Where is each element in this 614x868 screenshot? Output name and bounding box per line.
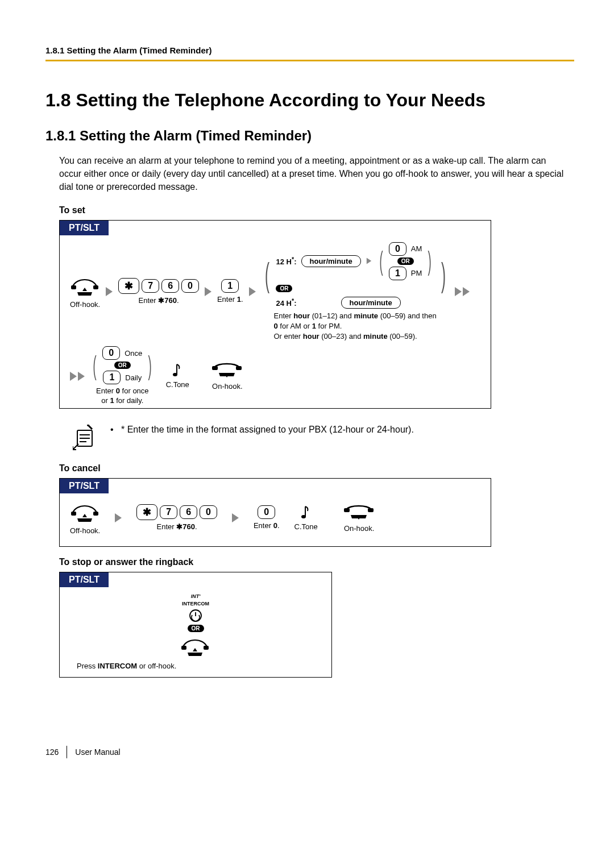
key-0-am: 0 [389, 242, 406, 256]
key-1-pm: 1 [389, 267, 406, 280]
code-step: ✱ 7 6 0 Enter ✱760. [118, 278, 199, 306]
or-pill: OR [114, 362, 131, 369]
intercom-button-icon [189, 609, 202, 622]
pt-slt-tab: PT/SLT [60, 572, 109, 587]
arrow-icon [232, 513, 239, 522]
onhook-step: On-hook. [344, 502, 375, 534]
pt-slt-tab: PT/SLT [60, 221, 109, 235]
code-step: ✱ 7 6 0 Enter ✱760. [136, 504, 217, 532]
ctone-step: C.Tone [166, 362, 189, 390]
pt-slt-tab: PT/SLT [60, 479, 109, 493]
intro-paragraph: You can receive an alarm at your telepho… [59, 154, 569, 194]
key-0-once: 0 [102, 346, 120, 360]
arrow-icon [366, 258, 371, 264]
intercom-caption: Press INTERCOM or off-hook. [60, 662, 331, 677]
onhook-icon [212, 360, 243, 380]
key-star: ✱ [118, 278, 139, 294]
ctone-icon [300, 504, 312, 520]
key-1: 1 [221, 279, 239, 293]
to-set-title: To set [59, 205, 574, 215]
onhook-step: On-hook. [212, 360, 243, 392]
ctone-icon [171, 362, 184, 378]
enter-1-step: 1 Enter 1. [217, 279, 243, 305]
note-block: • * Enter the time in the format assigne… [73, 425, 574, 453]
offhook-icon [70, 274, 100, 298]
offhook-icon [181, 634, 210, 658]
key-1-daily: 1 [103, 371, 121, 384]
page-footer: 126 User Manual [45, 746, 574, 758]
key-6: 6 [180, 505, 197, 519]
time-explain: Enter hour (01–12) and minute (00–59) an… [273, 311, 436, 342]
footer-divider [67, 746, 67, 758]
arrow-icon [115, 513, 122, 522]
to-cancel-box: PT/SLT Off-hook. ✱ 7 6 0 Enter ✱760. 0 E… [59, 478, 491, 547]
key-7: 7 [160, 505, 177, 519]
note-text: * Enter the time in the format assigned … [121, 425, 414, 434]
or-pill: OR [397, 258, 414, 265]
key-0: 0 [258, 505, 275, 519]
key-7: 7 [142, 279, 159, 293]
arrow-icon [205, 287, 211, 296]
continue-arrow-icon [455, 287, 470, 296]
to-stop-title: To stop or answer the ringback [59, 557, 574, 567]
ctone-step: C.Tone [294, 504, 318, 532]
or-pill: OR [276, 285, 292, 292]
once-daily-step: ( 0Once OR 1Daily ) Enter 0 for once or … [90, 346, 155, 406]
key-0: 0 [200, 505, 217, 519]
offhook-step: Off-hook. [70, 500, 100, 536]
offhook-icon [70, 500, 100, 524]
continue-arrow-icon [70, 372, 85, 381]
time-format-step: ( 12 H*: hour/minute ( 0AM OR 1PM [262, 242, 449, 342]
note-icon [73, 425, 97, 453]
enter-0-step: 0 Enter 0. [254, 505, 280, 531]
hour-minute-field: hour/minute [341, 297, 401, 309]
page-number: 126 [45, 747, 59, 757]
or-pill: OR [188, 625, 204, 632]
offhook-step: Off-hook. [70, 274, 100, 310]
arrow-icon [106, 287, 113, 296]
key-star: ✱ [136, 504, 157, 520]
to-set-box: PT/SLT Off-hook. ✱ 7 6 0 Enter ✱760. 1 E… [59, 220, 491, 409]
key-0: 0 [181, 279, 199, 293]
section-heading: 1.8 Setting the Telephone According to Y… [45, 90, 574, 111]
onhook-icon [344, 502, 375, 522]
hour-minute-field: hour/minute [301, 255, 361, 267]
subsection-heading: 1.8.1 Setting the Alarm (Timed Reminder) [45, 128, 574, 144]
footer-manual: User Manual [75, 747, 120, 757]
key-6: 6 [161, 279, 179, 293]
intercom-offhook-step: INT' INTERCOM OR [181, 594, 210, 658]
to-cancel-title: To cancel [59, 463, 574, 474]
arrow-icon [249, 287, 256, 296]
to-stop-box: PT/SLT INT' INTERCOM OR Press INTERCOM o… [59, 572, 332, 678]
page-header: 1.8.1 Setting the Alarm (Timed Reminder) [45, 45, 574, 61]
